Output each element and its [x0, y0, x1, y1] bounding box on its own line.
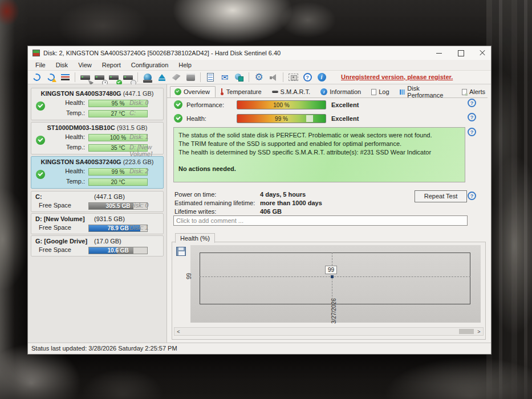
health-chart-panel: Health (%) 99 99 3/27/2026 — [172, 242, 486, 340]
free-space-label: Free Space — [39, 202, 71, 209]
status-line: The health is determined by SSD specific… — [178, 148, 460, 157]
writes-value: 406 GB — [260, 208, 282, 215]
scroll-right-icon[interactable] — [475, 328, 483, 335]
health-label: Health: — [47, 99, 85, 106]
chart-x-tick: 3/27/2026 — [331, 295, 337, 328]
health-chart-tab[interactable]: Health (%) — [175, 233, 215, 243]
smart-icon — [272, 91, 278, 93]
help-icon[interactable] — [468, 113, 476, 121]
tab-alerts[interactable]: Alerts — [457, 86, 491, 97]
window-title: Disk: 2, KINGSTON SA400S37240G [50026B73… — [43, 50, 281, 56]
drive-letter: C: — [129, 109, 136, 116]
disk-title: ST1000DM003-1SB10C (931.5 GB) — [31, 123, 163, 131]
tab-disk-performance[interactable]: Disk Performance — [395, 86, 457, 97]
disk-title: KINGSTON SA400S37240G (223.6 GB) — [31, 157, 163, 165]
disk-clock-icon[interactable] — [93, 72, 105, 83]
free-space-bar: 10.6 GB — [88, 247, 148, 254]
floor-shadow — [0, 353, 532, 399]
writes-label: Lifetime writes: — [174, 208, 216, 215]
lifetime-value: more than 1000 days — [260, 199, 322, 206]
photo-background: Disk: 2, KINGSTON SA400S37240G [50026B73… — [0, 0, 532, 399]
chart-crosshair-horizontal — [200, 276, 470, 277]
help-icon[interactable] — [468, 192, 476, 200]
disk-search-icon[interactable] — [121, 72, 134, 83]
disk-list-sidebar: KINGSTON SA400S37480G (447.1 GB) Health:… — [28, 84, 167, 343]
menu-report[interactable]: Report — [97, 60, 126, 70]
temp-label: Temp.: — [47, 109, 85, 116]
hardware-tools-icon[interactable] — [184, 72, 197, 83]
disk-item-1[interactable]: ST1000DM003-1SB10C (931.5 GB) Health: 10… — [31, 122, 164, 154]
partition-item-c[interactable]: C: (447.1 GB) Free Space 305.5 GB Disk: … — [31, 191, 164, 212]
tab-overview[interactable]: Overview — [170, 86, 216, 97]
ok-icon — [174, 114, 182, 123]
tab-temperature[interactable]: Temperature — [216, 86, 267, 97]
scrollbar-thumb[interactable] — [459, 329, 474, 334]
surface-tools-icon[interactable] — [170, 72, 182, 83]
repeat-test-button[interactable]: Repeat Test — [415, 190, 467, 202]
health-meter: 99 % — [237, 114, 326, 123]
chart-scrollbar[interactable] — [174, 327, 484, 336]
menu-view[interactable]: View — [73, 60, 97, 70]
disk-title: KINGSTON SA400S37480G (447.1 GB) — [31, 88, 163, 97]
sound-icon[interactable] — [267, 72, 279, 83]
disk-ok-icon[interactable] — [107, 72, 120, 83]
lifetime-label: Estimated remaining lifetime: — [174, 199, 255, 206]
disk-item-0[interactable]: KINGSTON SA400S37480G (447.1 GB) Health:… — [31, 88, 164, 120]
refresh-warning-icon[interactable] — [44, 72, 57, 83]
network-drive-icon[interactable] — [141, 72, 154, 83]
menubar: File Disk View Report Configuration Help — [28, 60, 491, 71]
close-icon[interactable] — [478, 49, 486, 57]
disk-number: Disk: 1 — [129, 133, 149, 140]
comment-input[interactable] — [173, 215, 468, 226]
help-icon[interactable] — [468, 99, 476, 107]
health-label: Health: — [47, 133, 85, 140]
ok-icon — [174, 100, 182, 109]
scroll-left-icon[interactable] — [174, 328, 182, 335]
report-icon[interactable] — [204, 72, 217, 83]
quick-config-icon[interactable] — [59, 72, 71, 83]
health-label: Health: — [47, 168, 85, 174]
performance-meter: 100 % — [237, 100, 326, 109]
refresh-icon[interactable] — [30, 72, 43, 83]
overview-pane: Overview Temperature S.M.A.R.T. Informat… — [167, 84, 491, 343]
performance-label: Performance: — [186, 101, 224, 108]
network-alert-icon[interactable] — [233, 72, 245, 83]
menu-file[interactable]: File — [30, 60, 51, 70]
disk-cursor-icon[interactable] — [79, 72, 91, 83]
disk-number: Disk: 0 — [129, 99, 149, 106]
tab-strip: Overview Temperature S.M.A.R.T. Informat… — [170, 86, 491, 97]
screenshot-camera-icon[interactable] — [287, 72, 299, 83]
hard-disk-sentinel-window: Disk: 2, KINGSTON SA400S37240G [50026B73… — [27, 46, 492, 355]
titlebar[interactable]: Disk: 2, KINGSTON SA400S37240G [50026B73… — [28, 46, 491, 60]
email-icon[interactable]: ✉ — [218, 72, 231, 83]
eject-icon[interactable] — [156, 72, 168, 83]
status-line: The TRIM feature of the SSD is supported… — [178, 140, 460, 148]
menu-disk[interactable]: Disk — [51, 60, 73, 70]
chart-icon — [400, 89, 405, 95]
tab-information[interactable]: Information — [316, 86, 367, 97]
tab-smart[interactable]: S.M.A.R.T. — [267, 86, 316, 97]
save-chart-icon[interactable] — [176, 247, 186, 256]
partition-item-d[interactable]: D: [New Volume] (931.5 GB) Free Space 78… — [31, 213, 164, 234]
maximize-icon[interactable] — [457, 49, 465, 57]
chart-point-label: 99 — [325, 266, 337, 274]
menu-configuration[interactable]: Configuration — [126, 60, 173, 70]
temp-bar: 27 °C — [88, 110, 148, 117]
temp-bar: 20 °C — [88, 178, 148, 186]
toolbar-separator — [200, 72, 201, 82]
disk-status-text: The status of the solid state disk is PE… — [173, 127, 465, 182]
free-space-label: Free Space — [39, 246, 71, 253]
minimize-icon[interactable] — [435, 49, 443, 57]
toolbar: ✉ ⚙ Unregistered version, please registe… — [28, 71, 491, 84]
help-icon[interactable] — [468, 128, 476, 136]
settings-gear-icon[interactable]: ⚙ — [253, 72, 265, 83]
menu-help[interactable]: Help — [173, 60, 197, 70]
information-icon[interactable] — [315, 72, 328, 83]
register-link[interactable]: Unregistered version, please register. — [341, 74, 453, 80]
partition-item-g[interactable]: G: [Google Drive] (17.0 GB) Free Space 1… — [31, 235, 164, 256]
tab-log[interactable]: Log — [367, 86, 395, 97]
ok-icon — [174, 88, 181, 95]
disk-number: Disk: 0 — [129, 202, 149, 209]
help-icon[interactable] — [301, 72, 314, 83]
disk-item-2-selected[interactable]: KINGSTON SA400S37240G (223.6 GB) Health:… — [31, 156, 164, 189]
